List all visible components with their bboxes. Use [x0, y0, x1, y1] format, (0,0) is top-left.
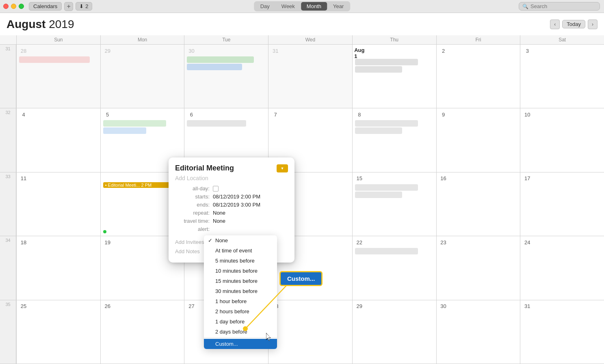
- placeholder-event: [355, 192, 402, 198]
- download-button[interactable]: ⬇ 2: [76, 2, 92, 11]
- fullscreen-button[interactable]: [19, 4, 24, 9]
- prev-month-button[interactable]: ‹: [550, 19, 560, 29]
- day-cell[interactable]: 4: [16, 108, 100, 172]
- travel-value[interactable]: None: [213, 218, 225, 224]
- week-number: 32: [0, 108, 16, 172]
- month-title: August 2019: [6, 18, 74, 31]
- repeat-label: repeat:: [175, 210, 210, 216]
- close-button[interactable]: [3, 4, 9, 9]
- day-header-sun: Sun: [16, 35, 100, 44]
- dropdown-item-15min[interactable]: 15 minutes before: [204, 276, 277, 286]
- week-number: 33: [0, 172, 16, 236]
- day-cell[interactable]: 31: [520, 300, 604, 364]
- day-cell[interactable]: 3: [520, 45, 604, 108]
- calendar-week: 35 25 26 27 28 29 30 31: [0, 300, 604, 364]
- search-input[interactable]: [530, 3, 596, 9]
- day-cell[interactable]: 31: [268, 45, 352, 108]
- mouse-cursor: [266, 333, 273, 344]
- next-month-button[interactable]: ›: [588, 19, 598, 29]
- today-button[interactable]: Today: [562, 20, 585, 28]
- dropdown-item-1hr[interactable]: 1 hour before: [204, 296, 277, 306]
- starts-time[interactable]: 2:00 PM: [241, 194, 260, 200]
- day-cell[interactable]: 16: [436, 172, 520, 236]
- calendar-week: 33 11 12 • Editorial Meeti... 2 PM 13 14…: [0, 172, 604, 236]
- calendar-week: 34 18 19 20 21 22 23 24: [0, 236, 604, 300]
- placeholder-event: [19, 56, 90, 63]
- placeholder-event: [103, 120, 166, 127]
- popover-header: Editorial Meeting ▼: [175, 164, 288, 172]
- day-header-tue: Tue: [184, 35, 268, 44]
- week-number: 31: [0, 45, 16, 108]
- starts-row: starts: 08/12/2019 2:00 PM: [175, 194, 288, 200]
- dropdown-item-5min[interactable]: 5 minutes before: [204, 256, 277, 266]
- minimize-button[interactable]: [11, 4, 16, 9]
- calendar-week: 32 4 5 6 7 8: [0, 108, 604, 172]
- day-cell[interactable]: 15: [352, 172, 436, 236]
- dropdown-item-none[interactable]: None: [204, 235, 277, 246]
- day-cell[interactable]: 9: [436, 108, 520, 172]
- dropdown-item-30min[interactable]: 30 minutes before: [204, 286, 277, 296]
- search-box[interactable]: 🔍: [519, 2, 600, 11]
- week-number: 35: [0, 300, 16, 364]
- day-cell[interactable]: 23: [436, 236, 520, 299]
- day-header-mon: Mon: [100, 35, 184, 44]
- chevron-down-icon: ▼: [281, 166, 284, 170]
- travel-row: travel time: None: [175, 218, 288, 224]
- day-cell[interactable]: 2: [436, 45, 520, 108]
- tab-year[interactable]: Year: [327, 2, 349, 11]
- all-day-label: all-day:: [175, 185, 210, 192]
- day-cell[interactable]: 22: [352, 236, 436, 299]
- day-cell[interactable]: 18: [16, 236, 100, 299]
- calendar-grid: 31 28 29 30 31 Aug 1: [0, 45, 604, 364]
- dropdown-item-1day[interactable]: 1 day before: [204, 317, 277, 327]
- download-icon: ⬇: [79, 3, 84, 9]
- day-cell[interactable]: 26: [100, 300, 184, 364]
- month-header: August 2019 ‹ Today ›: [0, 13, 604, 35]
- day-cell[interactable]: 10: [520, 108, 604, 172]
- calendar-container: Sun Mon Tue Wed Thu Fri Sat 31 28 29 30: [0, 35, 604, 364]
- placeholder-event: [355, 120, 418, 127]
- day-cell[interactable]: 30: [184, 45, 268, 108]
- placeholder-event: [355, 59, 418, 65]
- day-cell[interactable]: 28: [16, 45, 100, 108]
- traffic-lights: [3, 4, 24, 9]
- tab-week[interactable]: Week: [276, 2, 301, 11]
- day-header-fri: Fri: [436, 35, 520, 44]
- day-header-wed: Wed: [268, 35, 352, 44]
- all-day-checkbox[interactable]: [213, 186, 219, 192]
- custom-button-highlight[interactable]: Custom...: [279, 271, 323, 286]
- ends-row: ends: 08/12/2019 3:00 PM: [175, 202, 288, 208]
- dropdown-item-2hr[interactable]: 2 hours before: [204, 306, 277, 317]
- dropdown-item-at-time[interactable]: At time of event: [204, 246, 277, 256]
- placeholder-event: [187, 120, 246, 127]
- day-cell[interactable]: 24: [520, 236, 604, 299]
- calendars-button[interactable]: Calendars: [29, 2, 62, 11]
- repeat-value[interactable]: None: [213, 210, 225, 216]
- repeat-row: repeat: None: [175, 210, 288, 216]
- dropdown-item-10min[interactable]: 10 minutes before: [204, 266, 277, 276]
- day-cell[interactable]: 25: [16, 300, 100, 364]
- color-picker-button[interactable]: ▼: [277, 164, 288, 172]
- tab-day[interactable]: Day: [255, 2, 275, 11]
- day-cell[interactable]: 29: [352, 300, 436, 364]
- day-cell[interactable]: 30: [436, 300, 520, 364]
- starts-date[interactable]: 08/12/2019: [213, 194, 239, 200]
- location-field[interactable]: Add Location: [175, 175, 288, 181]
- add-button[interactable]: +: [64, 2, 73, 11]
- week-number: 34: [0, 236, 16, 299]
- day-cell[interactable]: Aug 1: [352, 45, 436, 108]
- day-cell[interactable]: 8: [352, 108, 436, 172]
- nav-arrows: ‹ Today ›: [550, 19, 598, 29]
- day-cell[interactable]: 17: [520, 172, 604, 236]
- placeholder-event: [355, 184, 418, 191]
- day-cell[interactable]: 28: [268, 300, 352, 364]
- ends-time[interactable]: 3:00 PM: [241, 202, 260, 208]
- all-day-row: all-day:: [175, 185, 288, 192]
- week-num-header: [0, 35, 16, 44]
- day-cell[interactable]: 29: [100, 45, 184, 108]
- day-headers: Sun Mon Tue Wed Thu Fri Sat: [0, 35, 604, 45]
- tab-month[interactable]: Month: [301, 2, 327, 11]
- placeholder-event: [187, 56, 254, 63]
- ends-date[interactable]: 08/12/2019: [213, 202, 239, 208]
- day-cell[interactable]: 11: [16, 172, 100, 236]
